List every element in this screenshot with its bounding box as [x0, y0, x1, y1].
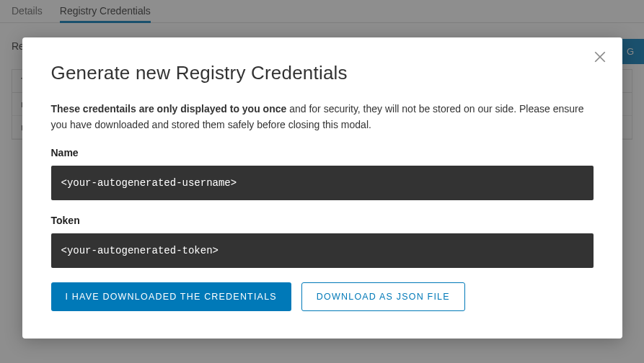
name-value: <your-autogenerated-username> [51, 166, 594, 200]
modal-overlay: Generate new Registry Credentials These … [0, 0, 644, 363]
modal-actions: I HAVE DOWNLOADED THE CREDENTIALS DOWNLO… [51, 282, 594, 311]
token-value: <your-autogenerated-token> [51, 233, 594, 268]
download-json-button[interactable]: DOWNLOAD AS JSON FILE [301, 282, 465, 311]
generate-credentials-modal: Generate new Registry Credentials These … [22, 37, 622, 339]
modal-title: Generate new Registry Credentials [51, 62, 594, 84]
modal-description-bold: These credentails are only displayed to … [51, 103, 287, 115]
close-icon[interactable] [594, 50, 606, 63]
token-label: Token [51, 215, 594, 226]
name-label: Name [51, 147, 594, 158]
confirm-downloaded-button[interactable]: I HAVE DOWNLOADED THE CREDENTIALS [51, 282, 291, 311]
modal-description: These credentails are only displayed to … [51, 102, 594, 133]
